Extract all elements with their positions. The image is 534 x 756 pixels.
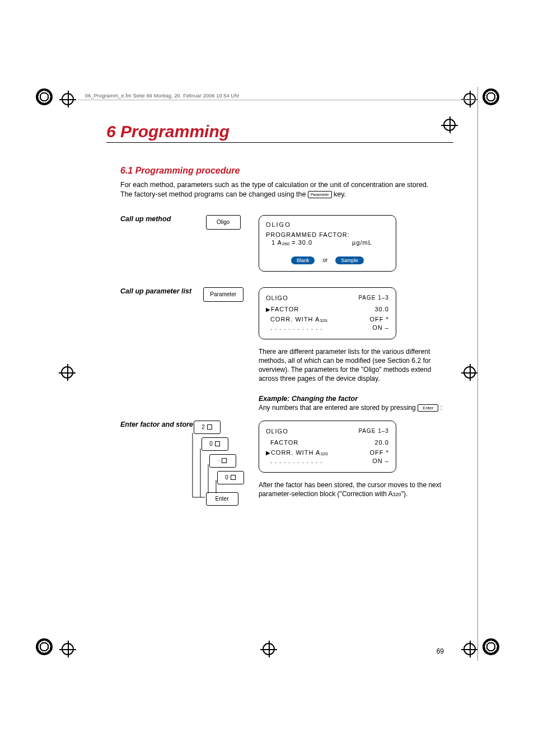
content-area: 6.1 Programming procedure For each metho… <box>106 142 453 506</box>
example-line: Any numbers that are entered are stored … <box>259 404 453 412</box>
row-factor: FACTOR <box>266 439 298 446</box>
key-2: 2 <box>194 421 221 434</box>
screen-line2: 1 A260 = 30.0 <box>271 239 312 246</box>
row-on: ON – <box>372 324 389 331</box>
row-dots: . . . . . . . . . . . . <box>266 458 322 464</box>
key-stack: 2 0 · 0 Enter <box>194 421 244 506</box>
key-col: Oligo <box>194 215 253 230</box>
row-corr: ▶CORR. WITH A320 <box>266 449 328 456</box>
key-0b: 0 <box>217 471 244 484</box>
key-col: Parameter <box>194 287 253 302</box>
parameter-key: Parameter <box>203 287 243 302</box>
key-dot: · <box>209 454 236 468</box>
screen-page: PAGE 1–3 <box>358 295 389 301</box>
sample-button: Sample <box>335 256 364 264</box>
row-corr: CORR. WITH A320 <box>266 316 327 323</box>
row-factor-val: 30.0 <box>374 306 388 312</box>
screen-title: OLIGO <box>266 428 288 435</box>
key-0: 0 <box>202 437 228 451</box>
blank-button: Blank <box>291 256 315 264</box>
oligo-key: Oligo <box>206 215 241 230</box>
row-corr-val: OFF * <box>370 449 389 456</box>
step-call-up-method: Call up method Oligo OLIGO PROGRAMMED FA… <box>106 215 453 272</box>
row-factor: ▶FACTOR <box>266 306 299 312</box>
screen-unit: µg/mL <box>352 239 372 246</box>
intro-text-b: key. <box>334 190 346 198</box>
row-on: ON – <box>372 458 389 464</box>
step-enter-factor: Enter factor and store 2 0 · 0 Enter <box>106 421 453 506</box>
intro-text-a: For each method, parameters such as the … <box>120 181 428 198</box>
key-enter: Enter <box>206 492 238 506</box>
enter-keycap: Enter <box>418 404 438 412</box>
screen-page: PAGE 1–3 <box>358 428 389 434</box>
reg-mark-top-left-1 <box>36 88 53 105</box>
reg-mark-bot-left-2 <box>59 641 76 657</box>
section-intro: For each method, parameters such as the … <box>120 180 434 199</box>
row-factor-val: 20.0 <box>374 439 388 446</box>
screen-col: OLIGO PROGRAMMED FACTOR: 1 A260 = 30.0 µ… <box>259 215 453 272</box>
key-col: 2 0 · 0 Enter <box>194 421 253 506</box>
screen-title: OLIGO <box>266 221 389 228</box>
section-title: 6.1 Programming procedure <box>120 166 453 176</box>
reg-mark-top-left-2 <box>59 91 76 108</box>
params-para: There are different parameter lists for … <box>259 347 452 384</box>
screen-title: OLIGO <box>266 295 288 301</box>
screen-col: OLIGO PAGE 1–3 ▶FACTOR 30.0 CORR. WITH A… <box>259 287 453 412</box>
step-call-up-params: Call up parameter list Parameter OLIGO P… <box>106 287 453 412</box>
row-dots: . . . . . . . . . . . . <box>266 324 322 331</box>
device-screen-3: OLIGO PAGE 1–3 FACTOR 20.0 ▶CORR. WITH A… <box>259 421 396 473</box>
device-screen-2: OLIGO PAGE 1–3 ▶FACTOR 30.0 CORR. WITH A… <box>259 287 396 339</box>
or-text: or <box>322 257 327 263</box>
parameter-keycap: Parameter <box>308 191 332 198</box>
reg-mark-mid-left <box>59 364 76 381</box>
device-screen-1: OLIGO PROGRAMMED FACTOR: 1 A260 = 30.0 µ… <box>259 215 396 272</box>
example-heading: Example: Changing the factor <box>259 395 453 403</box>
reg-mark-bot-left-1 <box>36 638 53 655</box>
step-label: Enter factor and store <box>120 421 194 428</box>
row-corr-val: OFF * <box>370 316 389 323</box>
reg-mark-bot-right-2 <box>483 638 499 655</box>
screen-col: OLIGO PAGE 1–3 FACTOR 20.0 ▶CORR. WITH A… <box>259 421 453 498</box>
reg-mark-top-right-2 <box>483 88 499 105</box>
screen-line1: PROGRAMMED FACTOR: <box>266 231 389 238</box>
chapter-title: 6 Programming <box>106 122 229 141</box>
page-number: 69 <box>437 647 444 655</box>
step-label: Call up method <box>120 215 194 223</box>
step-label: Call up parameter list <box>120 287 194 295</box>
enter-para: After the factor has been stored, the cu… <box>259 480 452 498</box>
